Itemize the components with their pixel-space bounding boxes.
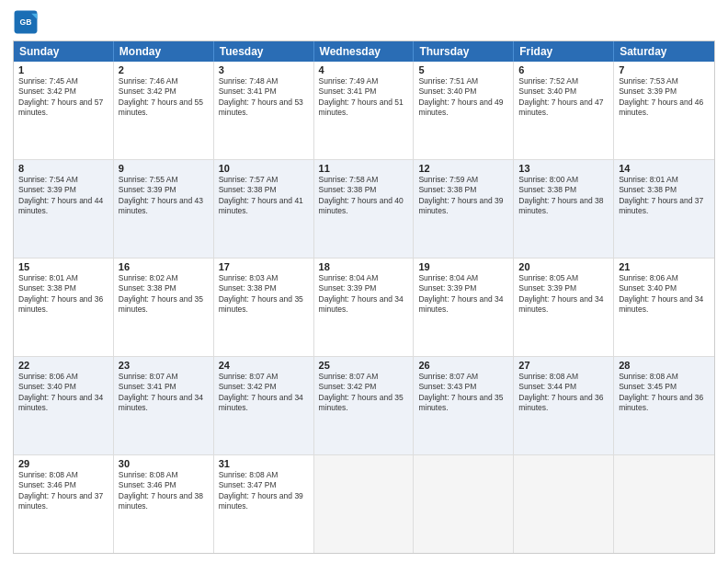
- calendar-cell: 28Sunrise: 8:08 AMSunset: 3:45 PMDayligh…: [614, 357, 714, 454]
- calendar-cell: 25Sunrise: 8:07 AMSunset: 3:42 PMDayligh…: [314, 357, 415, 454]
- calendar-header: SundayMondayTuesdayWednesdayThursdayFrid…: [14, 41, 714, 62]
- calendar-cell: 23Sunrise: 8:07 AMSunset: 3:41 PMDayligh…: [114, 357, 214, 454]
- day-number: 24: [219, 360, 309, 371]
- cell-info: Sunrise: 8:08 AMSunset: 3:45 PMDaylight:…: [619, 372, 710, 414]
- day-number: 15: [18, 261, 108, 272]
- day-number: 2: [119, 64, 209, 75]
- cell-info: Sunrise: 7:53 AMSunset: 3:39 PMDaylight:…: [619, 76, 710, 119]
- day-number: 27: [518, 360, 609, 371]
- cell-info: Sunrise: 8:06 AMSunset: 3:40 PMDaylight:…: [18, 372, 108, 414]
- calendar-cell: 30Sunrise: 8:08 AMSunset: 3:46 PMDayligh…: [114, 455, 214, 553]
- calendar-cell: 5Sunrise: 7:51 AMSunset: 3:40 PMDaylight…: [414, 62, 514, 159]
- day-number: 22: [18, 360, 108, 371]
- calendar-cell: 11Sunrise: 7:58 AMSunset: 3:38 PMDayligh…: [314, 160, 415, 258]
- calendar-cell: 16Sunrise: 8:02 AMSunset: 3:38 PMDayligh…: [114, 259, 214, 356]
- day-number: 9: [119, 163, 209, 174]
- day-number: 14: [619, 163, 710, 174]
- cell-info: Sunrise: 7:58 AMSunset: 3:38 PMDaylight:…: [319, 175, 409, 217]
- day-number: 23: [119, 360, 209, 371]
- day-number: 17: [219, 261, 309, 272]
- calendar-page: GB SundayMondayTuesdayWednesdayThursdayF…: [0, 0, 728, 563]
- calendar-cell: 4Sunrise: 7:49 AMSunset: 3:41 PMDaylight…: [314, 62, 415, 159]
- cell-info: Sunrise: 8:04 AMSunset: 3:39 PMDaylight:…: [418, 273, 508, 316]
- cell-info: Sunrise: 8:08 AMSunset: 3:46 PMDaylight:…: [18, 470, 108, 512]
- day-number: 30: [119, 458, 209, 469]
- header: GB: [13, 9, 715, 35]
- day-number: 25: [319, 360, 409, 371]
- calendar-cell: 26Sunrise: 8:07 AMSunset: 3:43 PMDayligh…: [414, 357, 514, 454]
- cell-info: Sunrise: 7:55 AMSunset: 3:39 PMDaylight:…: [119, 175, 209, 217]
- calendar-cell: 15Sunrise: 8:01 AMSunset: 3:38 PMDayligh…: [14, 259, 114, 356]
- calendar-cell: 19Sunrise: 8:04 AMSunset: 3:39 PMDayligh…: [414, 259, 514, 356]
- calendar-cell: 10Sunrise: 7:57 AMSunset: 3:38 PMDayligh…: [214, 160, 314, 258]
- cell-info: Sunrise: 8:07 AMSunset: 3:41 PMDaylight:…: [119, 372, 209, 414]
- calendar-cell: 24Sunrise: 8:07 AMSunset: 3:42 PMDayligh…: [214, 357, 314, 454]
- calendar: SundayMondayTuesdayWednesdayThursdayFrid…: [13, 40, 715, 554]
- day-number: 26: [418, 360, 508, 371]
- day-number: 7: [619, 64, 710, 75]
- header-day-thursday: Thursday: [414, 41, 514, 62]
- calendar-row-5: 29Sunrise: 8:08 AMSunset: 3:46 PMDayligh…: [14, 454, 714, 553]
- calendar-cell: 8Sunrise: 7:54 AMSunset: 3:39 PMDaylight…: [14, 160, 114, 258]
- calendar-row-2: 8Sunrise: 7:54 AMSunset: 3:39 PMDaylight…: [14, 159, 714, 258]
- day-number: 3: [219, 64, 309, 75]
- cell-info: Sunrise: 8:00 AMSunset: 3:38 PMDaylight:…: [518, 175, 609, 217]
- calendar-cell: 22Sunrise: 8:06 AMSunset: 3:40 PMDayligh…: [14, 357, 114, 454]
- day-number: 1: [18, 64, 108, 75]
- calendar-cell: [614, 455, 714, 553]
- day-number: 11: [319, 163, 409, 174]
- cell-info: Sunrise: 7:57 AMSunset: 3:38 PMDaylight:…: [219, 175, 309, 217]
- cell-info: Sunrise: 8:08 AMSunset: 3:44 PMDaylight:…: [518, 372, 609, 414]
- day-number: 16: [119, 261, 209, 272]
- day-number: 20: [518, 261, 609, 272]
- calendar-cell: 17Sunrise: 8:03 AMSunset: 3:38 PMDayligh…: [214, 259, 314, 356]
- day-number: 6: [518, 64, 609, 75]
- calendar-cell: 12Sunrise: 7:59 AMSunset: 3:38 PMDayligh…: [414, 160, 514, 258]
- calendar-cell: 1Sunrise: 7:45 AMSunset: 3:42 PMDaylight…: [14, 62, 114, 159]
- calendar-cell: 13Sunrise: 8:00 AMSunset: 3:38 PMDayligh…: [514, 160, 614, 258]
- calendar-cell: 20Sunrise: 8:05 AMSunset: 3:39 PMDayligh…: [514, 259, 614, 356]
- cell-info: Sunrise: 7:49 AMSunset: 3:41 PMDaylight:…: [319, 76, 409, 119]
- calendar-cell: 7Sunrise: 7:53 AMSunset: 3:39 PMDaylight…: [614, 62, 714, 159]
- header-day-tuesday: Tuesday: [214, 41, 314, 62]
- calendar-cell: 2Sunrise: 7:46 AMSunset: 3:42 PMDaylight…: [114, 62, 214, 159]
- cell-info: Sunrise: 8:08 AMSunset: 3:46 PMDaylight:…: [119, 470, 209, 512]
- cell-info: Sunrise: 8:06 AMSunset: 3:40 PMDaylight:…: [619, 273, 710, 316]
- cell-info: Sunrise: 7:46 AMSunset: 3:42 PMDaylight:…: [119, 76, 209, 119]
- day-number: 4: [319, 64, 409, 75]
- cell-info: Sunrise: 8:03 AMSunset: 3:38 PMDaylight:…: [219, 273, 309, 316]
- cell-info: Sunrise: 8:05 AMSunset: 3:39 PMDaylight:…: [518, 273, 609, 316]
- day-number: 8: [18, 163, 108, 174]
- cell-info: Sunrise: 7:48 AMSunset: 3:41 PMDaylight:…: [219, 76, 309, 119]
- calendar-row-4: 22Sunrise: 8:06 AMSunset: 3:40 PMDayligh…: [14, 356, 714, 454]
- calendar-cell: [414, 455, 514, 553]
- day-number: 29: [18, 458, 108, 469]
- cell-info: Sunrise: 8:01 AMSunset: 3:38 PMDaylight:…: [619, 175, 710, 217]
- calendar-cell: 18Sunrise: 8:04 AMSunset: 3:39 PMDayligh…: [314, 259, 415, 356]
- calendar-cell: [514, 455, 614, 553]
- calendar-cell: 27Sunrise: 8:08 AMSunset: 3:44 PMDayligh…: [514, 357, 614, 454]
- day-number: 5: [418, 64, 508, 75]
- cell-info: Sunrise: 7:45 AMSunset: 3:42 PMDaylight:…: [18, 76, 108, 119]
- day-number: 18: [319, 261, 409, 272]
- calendar-cell: 3Sunrise: 7:48 AMSunset: 3:41 PMDaylight…: [214, 62, 314, 159]
- header-day-sunday: Sunday: [14, 41, 114, 62]
- cell-info: Sunrise: 8:07 AMSunset: 3:42 PMDaylight:…: [219, 372, 309, 414]
- day-number: 13: [518, 163, 609, 174]
- cell-info: Sunrise: 8:02 AMSunset: 3:38 PMDaylight:…: [119, 273, 209, 316]
- day-number: 10: [219, 163, 309, 174]
- day-number: 19: [418, 261, 508, 272]
- calendar-row-3: 15Sunrise: 8:01 AMSunset: 3:38 PMDayligh…: [14, 258, 714, 356]
- header-day-monday: Monday: [114, 41, 214, 62]
- cell-info: Sunrise: 7:52 AMSunset: 3:40 PMDaylight:…: [518, 76, 609, 119]
- calendar-cell: 14Sunrise: 8:01 AMSunset: 3:38 PMDayligh…: [614, 160, 714, 258]
- day-number: 12: [418, 163, 508, 174]
- calendar-cell: 21Sunrise: 8:06 AMSunset: 3:40 PMDayligh…: [614, 259, 714, 356]
- calendar-body: 1Sunrise: 7:45 AMSunset: 3:42 PMDaylight…: [14, 62, 714, 553]
- calendar-cell: 6Sunrise: 7:52 AMSunset: 3:40 PMDaylight…: [514, 62, 614, 159]
- cell-info: Sunrise: 7:51 AMSunset: 3:40 PMDaylight:…: [418, 76, 508, 119]
- header-day-friday: Friday: [514, 41, 614, 62]
- calendar-cell: 9Sunrise: 7:55 AMSunset: 3:39 PMDaylight…: [114, 160, 214, 258]
- cell-info: Sunrise: 7:54 AMSunset: 3:39 PMDaylight:…: [18, 175, 108, 217]
- day-number: 21: [619, 261, 710, 272]
